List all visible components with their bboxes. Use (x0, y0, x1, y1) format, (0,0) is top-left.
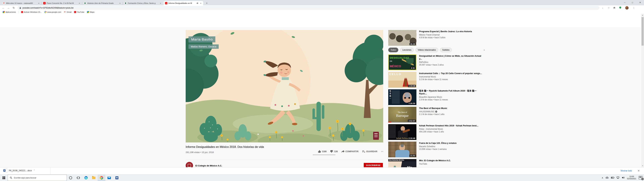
scroll-up-icon[interactable]: ▲ (641, 14, 644, 16)
related-video-title[interactable]: Programa Especial | Benito Juárez: La ot… (419, 30, 483, 33)
related-video-title[interactable]: Instrumental Cello ♫ Top 20 Cello Covers… (419, 72, 483, 75)
related-video-row[interactable]: The Best of Baroque 3:52:07 The Best of … (388, 107, 485, 122)
tab-close-icon[interactable]: × (159, 2, 162, 4)
red-site-icon (21, 11, 23, 13)
thumb-up-icon (318, 150, 321, 153)
chrome-taskbar-button[interactable] (98, 174, 105, 181)
browser-menu-icon[interactable]: ⋮ (632, 6, 635, 10)
tab-close-icon[interactable]: × (200, 2, 202, 4)
bookmark-label: Activar Windows 10... (24, 11, 42, 13)
book-favicon-icon (124, 2, 127, 4)
bookmark-youtube[interactable]: YouTube (74, 11, 84, 13)
related-video-row[interactable]: Itzhak Perlman 2:15:40 Itzhak Perlman Gr… (388, 124, 485, 140)
window-controls: ─ □ ✕ (621, 0, 644, 5)
tab-piano-concerto[interactable]: Piano Concerto No. 2 in B-Flat M × (42, 1, 82, 5)
related-video-row[interactable]: CELLO 1:19:49 Instrumental Cello ♫ Top 2… (388, 72, 485, 88)
tab-close-icon[interactable]: × (119, 2, 121, 4)
browser-profile-avatar[interactable] (625, 6, 628, 10)
address-bar[interactable]: youtube.com/watch?v=GF92dkoN2XM&feature=… (18, 6, 600, 10)
file-explorer-button[interactable] (90, 174, 98, 181)
bookmark-apps[interactable]: Aplicaciones (3, 11, 16, 13)
scrollbar-thumb[interactable] (642, 17, 644, 46)
cortana-button[interactable] (67, 174, 74, 181)
related-video-title[interactable]: Fuera de la Caja 122. Ética y estatus (419, 142, 483, 144)
chip-subidos[interactable]: Subidos (440, 48, 452, 52)
downloaded-file-chip[interactable]: P6_26.88_240221....docx ⌃ (4, 168, 35, 172)
thumb-text: DESIGUALDAD (390, 56, 409, 59)
tray-expand-icon[interactable]: ∧ (602, 176, 603, 179)
tab-active-informe[interactable]: Informe Desigualdades en M × (164, 1, 203, 5)
chip-todos[interactable]: Todos (388, 48, 398, 52)
related-video-title[interactable]: Itzhak Perlman Greatest Hits 2019 - Itzh… (419, 124, 483, 127)
taskbar-search[interactable]: Escribe aquí para buscar (8, 175, 67, 181)
minimize-icon[interactable]: ─ (621, 0, 628, 5)
share-button[interactable]: COMPARTIR (342, 150, 358, 153)
url-text: youtube.com/watch?v=GF92dkoN2XM&feature=… (22, 7, 74, 9)
bookmark-google[interactable]: www.google.com (44, 11, 61, 13)
related-video-title[interactable]: Desigualdad en México | Cómo se Mide, su… (419, 54, 483, 60)
video-player[interactable]: María Basilio Matías Romero, Oaxaca (186, 30, 383, 142)
mail-taskbar-button[interactable] (105, 174, 113, 181)
related-video-row[interactable]: 坂本龍一 1:26:50 坂本 龍一 Ryuichi Sakamoto Full… (388, 89, 485, 105)
video-thumbnail[interactable]: CELLO 1:19:49 (388, 72, 416, 88)
dislike-button[interactable]: 126 (330, 150, 338, 153)
download-bar-close-icon[interactable]: ✕ (638, 170, 640, 172)
page-scrollbar[interactable]: ▲ ▼ (641, 14, 644, 167)
bookmark-gmail[interactable]: Gmail (64, 11, 72, 13)
battery-icon[interactable] (611, 177, 614, 179)
shield-extension-icon[interactable] (619, 6, 622, 10)
chip-videos-relacionados[interactable]: Videos relacionados (416, 48, 438, 52)
tab-historia[interactable]: Historia Libro de Primaria Grado × (82, 1, 122, 5)
word-taskbar-button[interactable]: W (113, 174, 121, 181)
video-thumbnail[interactable]: 坂本龍一 1:26:50 (388, 89, 416, 105)
channel-watermark-logo[interactable] (373, 132, 379, 140)
download-icon[interactable]: ↓ (601, 6, 604, 10)
related-video-row[interactable]: DESIGUALDAD EN MÉXICO 4:15 Desigualdad e… (388, 54, 485, 70)
related-video-title[interactable]: Mix: El Colegio de México A.C. (419, 159, 483, 162)
related-video-row[interactable]: 45:00 Programa Especial | Benito Juárez:… (388, 30, 485, 46)
show-all-downloads-link[interactable]: Mostrar todo (621, 170, 632, 172)
start-button[interactable] (0, 174, 8, 181)
new-tab-button[interactable]: + (205, 1, 209, 5)
forward-icon[interactable]: → (6, 6, 10, 10)
onedrive-cloud-icon[interactable] (606, 177, 608, 179)
task-view-button[interactable] (74, 174, 82, 181)
tab-formacion-civica[interactable]: Formación Cívica y Ética. Sexto g × (123, 1, 163, 5)
like-button[interactable]: 1188 (318, 150, 326, 153)
more-actions-button[interactable]: ⋯ (381, 150, 383, 153)
related-video-title[interactable]: The Best of Baroque Music (419, 107, 483, 110)
tab-close-icon[interactable]: × (78, 2, 80, 4)
bookmark-star-icon[interactable]: ☆ (607, 6, 610, 10)
action-center-icon[interactable]: 5 (639, 176, 643, 179)
taskbar-clock[interactable]: 13:00 01/03/2021 (627, 176, 636, 180)
related-video-row[interactable]: 21:53 Fuera de la Caja 122. Ética y esta… (388, 142, 485, 157)
channel-name[interactable]: El Colegio de México A.C. (196, 164, 222, 167)
network-icon[interactable] (617, 176, 620, 179)
related-video-channel: Macario Schettino (419, 145, 483, 148)
edge-taskbar-button[interactable] (82, 174, 90, 181)
reload-icon[interactable]: ↻ (12, 6, 16, 10)
close-icon[interactable]: ✕ (636, 0, 644, 5)
download-chevron-icon[interactable]: ⌃ (34, 170, 35, 172)
video-thumbnail[interactable]: 45:00 (388, 30, 416, 46)
tab-audio-icon[interactable] (196, 2, 198, 4)
tab-gmail[interactable]: Miércoles 10 marzo - natanael60 × (1, 1, 41, 5)
chip-lecciones[interactable]: Lecciones (400, 48, 414, 52)
volume-icon[interactable] (622, 176, 625, 179)
video-thumbnail[interactable]: Itzhak Perlman 2:15:40 (388, 124, 416, 140)
thumb-text: Baroque (388, 114, 416, 118)
bookmark-maps[interactable]: Maps (87, 11, 94, 13)
scroll-down-icon[interactable]: ▼ (641, 164, 644, 167)
video-thumbnail[interactable]: DESIGUALDAD EN MÉXICO 4:15 (388, 54, 416, 70)
back-icon[interactable]: ← (1, 6, 5, 10)
chrome-icon (100, 176, 103, 180)
chips-scroll-right-icon[interactable]: › (484, 48, 485, 52)
related-video-title[interactable]: 坂本 龍一 Ryuichi Sakamoto Full Album 2020 -… (419, 89, 483, 95)
maximize-icon[interactable]: □ (628, 0, 636, 5)
video-thumbnail[interactable]: The Best of Baroque 3:52:07 (388, 107, 416, 122)
tab-close-icon[interactable]: × (38, 2, 40, 4)
save-button[interactable]: GUARDAR (362, 150, 377, 153)
bookmark-activar-windows[interactable]: Activar Windows 10... (21, 11, 42, 13)
video-thumbnail[interactable]: 21:53 (388, 142, 416, 157)
extension-icon[interactable] (613, 6, 616, 10)
